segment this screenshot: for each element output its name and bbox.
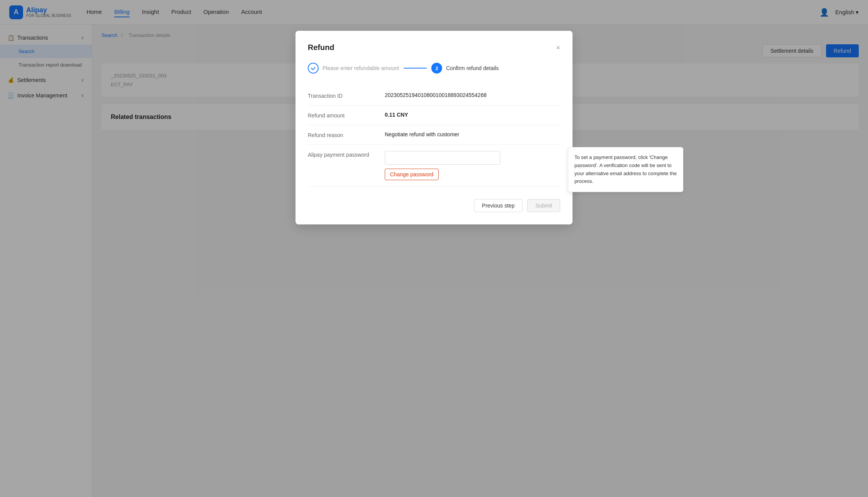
previous-step-button[interactable]: Previous step [474,199,523,212]
transaction-id-label: Transaction ID [308,92,385,99]
steps-indicator: Please enter refundable amount 2 Confirm… [308,63,560,74]
modal-footer: Previous step Submit [308,199,560,212]
password-field-area: Change password To set a payment passwor… [385,151,560,180]
refund-reason-row: Refund reason Negotiate refund with cust… [308,125,560,145]
password-label: Alipay payment password [308,151,385,158]
step-1: Please enter refundable amount [308,63,399,74]
password-row: Alipay payment password Change password … [308,145,560,187]
modal-title: Refund [308,43,334,52]
step-2-circle: 2 [431,63,442,74]
submit-button[interactable]: Submit [527,199,560,212]
step-1-label: Please enter refundable amount [322,65,399,71]
password-input-wrap [385,151,560,165]
step-2-label: Confirm refund details [446,65,499,71]
refund-reason-value: Negotiate refund with customer [385,131,560,137]
modal-overlay: Refund × Please enter refundable amount … [0,0,868,497]
step-1-circle [308,63,319,74]
refund-amount-value: 0.11 CNY [385,112,560,118]
checkmark-icon [310,65,316,71]
transaction-id-value: 2023052519401080010018893024554268 [385,92,560,98]
step-2: 2 Confirm refund details [431,63,499,74]
refund-modal: Refund × Please enter refundable amount … [295,31,573,224]
transaction-id-row: Transaction ID 2023052519401080010018893… [308,86,560,105]
refund-reason-label: Refund reason [308,131,385,138]
refund-amount-row: Refund amount 0.11 CNY [308,105,560,125]
change-password-button[interactable]: Change password [385,169,439,180]
refund-amount-label: Refund amount [308,112,385,119]
modal-close-button[interactable]: × [556,44,560,51]
step-connector [404,68,427,69]
password-controls: Change password [385,151,560,180]
alipay-password-input[interactable] [385,151,500,165]
step-2-number: 2 [436,65,438,71]
modal-header: Refund × [308,43,560,52]
password-tooltip: To set a payment password, click 'Change… [568,147,683,192]
